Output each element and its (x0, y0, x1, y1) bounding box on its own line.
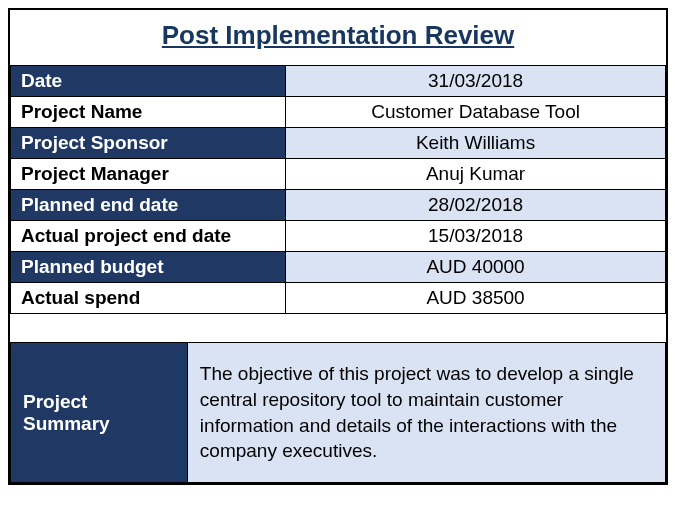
table-row: Project Sponsor Keith Williams (11, 128, 666, 159)
row-value: AUD 40000 (286, 252, 666, 283)
row-value: Anuj Kumar (286, 159, 666, 190)
table-row: Date 31/03/2018 (11, 66, 666, 97)
table-row: Actual spend AUD 38500 (11, 283, 666, 314)
row-value: Customer Database Tool (286, 97, 666, 128)
row-label: Planned budget (11, 252, 286, 283)
table-row: Actual project end date 15/03/2018 (11, 221, 666, 252)
summary-row: Project Summary The objective of this pr… (11, 343, 666, 483)
row-value: 28/02/2018 (286, 190, 666, 221)
row-value: AUD 38500 (286, 283, 666, 314)
row-label: Project Manager (11, 159, 286, 190)
title-row: Post Implementation Review (10, 10, 666, 65)
table-row: Project Name Customer Database Tool (11, 97, 666, 128)
info-table: Date 31/03/2018 Project Name Customer Da… (10, 65, 666, 314)
row-value: 31/03/2018 (286, 66, 666, 97)
row-label: Actual project end date (11, 221, 286, 252)
summary-body: The objective of this project was to dev… (187, 343, 665, 483)
table-row: Planned end date 28/02/2018 (11, 190, 666, 221)
table-row: Planned budget AUD 40000 (11, 252, 666, 283)
row-value: 15/03/2018 (286, 221, 666, 252)
page-title: Post Implementation Review (162, 20, 515, 50)
document-frame: Post Implementation Review Date 31/03/20… (8, 8, 668, 485)
table-row: Project Manager Anuj Kumar (11, 159, 666, 190)
row-label: Project Sponsor (11, 128, 286, 159)
row-label: Planned end date (11, 190, 286, 221)
row-label: Actual spend (11, 283, 286, 314)
row-label: Date (11, 66, 286, 97)
summary-label: Project Summary (11, 343, 188, 483)
row-label: Project Name (11, 97, 286, 128)
row-value: Keith Williams (286, 128, 666, 159)
summary-table: Project Summary The objective of this pr… (10, 342, 666, 483)
spacer (10, 314, 666, 342)
